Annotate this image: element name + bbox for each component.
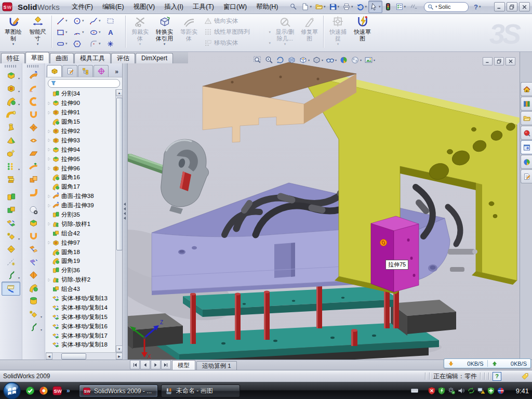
line-button[interactable]: ▾: [56, 15, 73, 26]
quick-snaps-button[interactable]: 快速捕捉▾: [326, 14, 350, 50]
tree-item[interactable]: 拉伸97: [47, 238, 116, 247]
tab-sketch[interactable]: 草图: [25, 52, 49, 63]
boundary-surface-button[interactable]: [24, 121, 42, 134]
tree-tabs-chevron-icon[interactable]: »: [115, 68, 121, 77]
expand-arrow-icon[interactable]: [47, 194, 52, 198]
tree-item[interactable]: 圆角19: [47, 257, 116, 266]
search-box[interactable]: ▾ Solic: [424, 2, 469, 12]
pin-button[interactable]: [288, 1, 299, 13]
open-document-dropdown-icon[interactable]: ▾: [324, 5, 326, 9]
tree-vertical-scrollbar[interactable]: ▲ ▼: [115, 89, 122, 352]
quick-tips-button[interactable]: ?: [493, 372, 501, 381]
minimize-button[interactable]: [494, 2, 505, 11]
tab-custom-properties[interactable]: [521, 169, 532, 183]
tab-features[interactable]: 特征: [1, 53, 25, 63]
expand-arrow-icon[interactable]: [47, 204, 52, 208]
document-restore-button[interactable]: [494, 57, 504, 65]
previous-tab-button[interactable]: [140, 360, 150, 369]
surface-fillet-button[interactable]: [24, 282, 42, 295]
tab-dimxpert[interactable]: DimXpert: [136, 53, 173, 63]
split-button[interactable]: [2, 191, 20, 204]
rib-button[interactable]: [2, 173, 20, 186]
ruled-surface-button[interactable]: [24, 256, 42, 269]
combine-button[interactable]: [2, 204, 20, 217]
fillet-button[interactable]: ▾: [2, 95, 20, 108]
tree-item[interactable]: 实体-移动/复制15: [47, 312, 116, 322]
sketch-text-button[interactable]: A: [106, 26, 123, 38]
move-copy-body-button[interactable]: [2, 217, 20, 230]
tree-item[interactable]: 分割34: [47, 89, 116, 99]
tray-update-icon[interactable]: [447, 387, 456, 395]
tray-antivirus-icon[interactable]: [428, 387, 436, 395]
tree-item[interactable]: 实体-移动/复制14: [47, 303, 116, 312]
restore-button[interactable]: [507, 2, 517, 11]
tree-item[interactable]: 拉伸95: [47, 154, 116, 164]
sketch-button[interactable]: 草图绘制▾: [1, 14, 25, 50]
thicken-button[interactable]: [24, 295, 42, 308]
expand-arrow-icon[interactable]: [47, 138, 52, 142]
offset-entities-button[interactable]: 等距实体: [177, 14, 201, 50]
filled-surface-button[interactable]: [24, 134, 42, 147]
print-dropdown-icon[interactable]: ▾: [351, 5, 353, 9]
open-document-button[interactable]: ▾: [313, 1, 327, 13]
help-dropdown-icon[interactable]: ▾: [479, 5, 481, 9]
tree-item[interactable]: 圆角18: [47, 247, 116, 257]
options-button[interactable]: ▾: [394, 1, 408, 13]
lofted-boss-button[interactable]: [2, 121, 20, 134]
taskbar-window-2[interactable]: 未命名 - 画图: [161, 384, 240, 397]
tab-surfaces[interactable]: 曲面: [50, 53, 74, 63]
slider-block[interactable]: [371, 216, 419, 292]
tab-design-library[interactable]: [521, 97, 532, 111]
tree-item[interactable]: 拉伸90: [47, 99, 116, 108]
linear-sketch-pattern-button[interactable]: 线性草图阵列▾: [204, 26, 271, 37]
display-style-button[interactable]: ▾: [312, 55, 324, 65]
scroll-down-button[interactable]: ▼: [116, 345, 123, 352]
trim-entities-button[interactable]: 剪裁实体▾: [128, 14, 152, 50]
circle-button[interactable]: ▾: [73, 15, 89, 26]
rapid-sketch-button[interactable]: 快速草图: [350, 14, 375, 50]
menu-view[interactable]: 视图(V): [129, 1, 160, 14]
save-button[interactable]: ▾: [327, 1, 341, 13]
expand-arrow-icon[interactable]: [47, 278, 52, 282]
hide-show-items-button[interactable]: ▾: [325, 55, 337, 65]
tray-network-warning-icon[interactable]: [477, 387, 485, 395]
tab-appearances-scenes[interactable]: [521, 155, 532, 169]
curve-button[interactable]: ▾: [2, 269, 20, 282]
knit-surface-button[interactable]: [24, 173, 42, 186]
tab-evaluate[interactable]: 评估: [111, 53, 135, 63]
tree-item[interactable]: 曲面-拉伸39: [47, 201, 116, 210]
spline-button[interactable]: ▾: [89, 15, 106, 26]
document-minimize-button[interactable]: [483, 57, 493, 65]
tray-volume-icon[interactable]: [457, 387, 466, 395]
replace-face-button[interactable]: [24, 217, 42, 230]
taskbar-window-1[interactable]: SWSolidWorks 2009 - ...: [79, 384, 158, 397]
expand-arrow-icon[interactable]: [47, 111, 52, 115]
reference-plane-button[interactable]: [2, 243, 20, 256]
new-document-dropdown-icon[interactable]: ▾: [310, 5, 312, 9]
planar-surface-button[interactable]: [24, 147, 42, 160]
splitter-collapse-handle[interactable]: [124, 203, 126, 220]
last-tab-button[interactable]: [161, 360, 171, 369]
tree-item[interactable]: 组合42: [47, 229, 116, 238]
tray-app-icon[interactable]: [497, 387, 505, 395]
tag-icon[interactable]: [521, 373, 529, 380]
tab-search-results[interactable]: [521, 126, 532, 140]
ellipse-button[interactable]: ▾: [89, 26, 106, 38]
scroll-up-button[interactable]: ▲: [116, 89, 123, 96]
tray-sync-icon[interactable]: [467, 387, 475, 395]
tree-item[interactable]: 曲面-拉伸38: [47, 192, 116, 201]
tree-item[interactable]: 切除-放样1: [47, 219, 116, 229]
menu-window[interactable]: 窗口(W): [219, 1, 251, 14]
lofted-surface-button[interactable]: [24, 108, 42, 121]
expand-arrow-icon[interactable]: [47, 157, 52, 161]
tree-item[interactable]: 切除-放样2: [47, 275, 116, 285]
tray-security-icon[interactable]: [437, 387, 446, 395]
new-document-button[interactable]: ▾: [299, 1, 313, 13]
tree-item[interactable]: 圆角16: [47, 173, 116, 182]
chamfer-button[interactable]: [2, 134, 20, 147]
scroll-thumb[interactable]: [61, 353, 86, 360]
centerpoint-arc-button[interactable]: ▾: [73, 26, 89, 38]
tree-filter-input[interactable]: [48, 79, 120, 88]
scroll-thumb[interactable]: [116, 98, 123, 250]
document-close-button[interactable]: [506, 57, 515, 65]
